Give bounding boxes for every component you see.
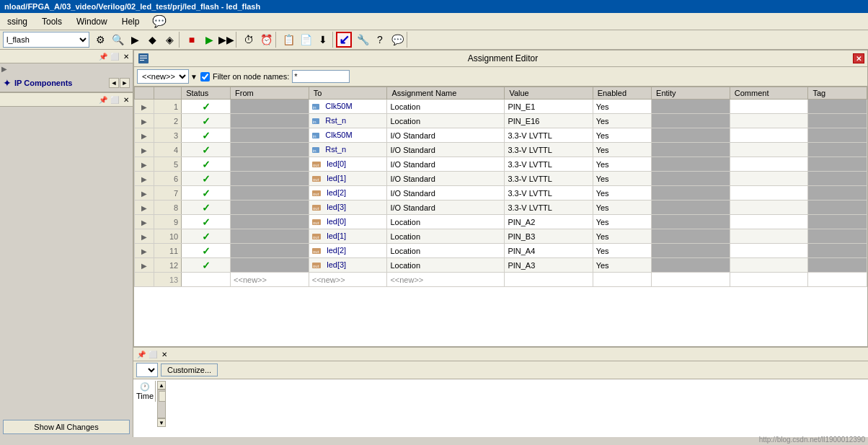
row-enabled[interactable]: Yes xyxy=(593,128,651,143)
row-entity[interactable] xyxy=(652,258,730,273)
restore-icon-lower[interactable]: ⬜ xyxy=(110,94,120,105)
tb-btn-assignment[interactable]: ↙ xyxy=(336,32,352,48)
ip-arrow-left[interactable]: ◄ xyxy=(109,78,119,88)
pin-icon[interactable]: 📌 xyxy=(98,51,108,61)
row-tag[interactable] xyxy=(808,273,867,287)
row-assignment[interactable]: I/O Standard xyxy=(387,157,505,172)
row-value[interactable]: 3.3-V LVTTL xyxy=(505,128,593,143)
row-assignment[interactable]: Location xyxy=(387,100,505,114)
row-comment[interactable] xyxy=(730,143,808,157)
row-to[interactable]: out led[3] xyxy=(309,258,387,273)
row-comment[interactable] xyxy=(730,229,808,244)
row-assignment[interactable]: Location xyxy=(387,258,505,273)
row-to[interactable]: out led[1] xyxy=(309,172,387,186)
col-comment[interactable]: Comment xyxy=(730,87,808,100)
row-entity[interactable] xyxy=(652,215,730,229)
tb-btn-download[interactable]: ⬇ xyxy=(315,32,331,48)
filter-checkbox[interactable] xyxy=(200,72,210,81)
row-value[interactable]: 3.3-V LVTTL xyxy=(505,172,593,186)
row-tag[interactable] xyxy=(808,100,867,114)
menu-help[interactable]: Help xyxy=(118,15,144,28)
row-assignment[interactable]: I/O Standard xyxy=(387,128,505,143)
row-from[interactable] xyxy=(231,100,309,114)
row-value[interactable]: 3.3-V LVTTL xyxy=(505,157,593,172)
row-from[interactable] xyxy=(231,157,309,172)
tb-btn-prog2[interactable]: 📄 xyxy=(298,32,314,48)
row-tag[interactable] xyxy=(808,114,867,128)
row-from[interactable] xyxy=(231,258,309,273)
row-entity[interactable] xyxy=(652,172,730,186)
tb-btn-run[interactable]: ▶ xyxy=(201,32,217,48)
tb-btn-stop[interactable]: ■ xyxy=(184,32,200,48)
row-to[interactable]: <<new>> xyxy=(309,273,387,287)
row-tag[interactable] xyxy=(808,172,867,186)
row-assignment[interactable]: I/O Standard xyxy=(387,201,505,215)
tb-btn-run2[interactable]: ▶▶ xyxy=(218,32,234,48)
row-from[interactable] xyxy=(231,172,309,186)
col-status[interactable]: Status xyxy=(182,87,231,100)
row-from[interactable] xyxy=(231,128,309,143)
row-entity[interactable] xyxy=(652,186,730,201)
row-enabled[interactable]: Yes xyxy=(593,258,651,273)
ip-components-row[interactable]: ✦ IP Components ◄ ► xyxy=(0,74,133,92)
new-filter-select[interactable]: <<new>> xyxy=(137,69,189,84)
col-value[interactable]: Value xyxy=(505,87,593,100)
tb-btn-synthesis[interactable]: ▶ xyxy=(127,32,143,48)
row-enabled[interactable]: Yes xyxy=(593,114,651,128)
row-to[interactable]: out led[2] xyxy=(309,244,387,258)
bottom-dropdown[interactable] xyxy=(136,363,158,377)
row-enabled[interactable]: Yes xyxy=(593,229,651,244)
row-from[interactable] xyxy=(231,244,309,258)
row-enabled[interactable]: Yes xyxy=(593,215,651,229)
row-value[interactable]: PIN_A4 xyxy=(505,244,593,258)
row-comment[interactable] xyxy=(730,128,808,143)
col-assignment[interactable]: Assignment Name xyxy=(387,87,505,100)
row-enabled[interactable] xyxy=(593,273,651,287)
filter-dropdown-arrow[interactable]: ▼ xyxy=(190,73,198,81)
tb-btn-prog1[interactable]: 📋 xyxy=(280,32,296,48)
row-comment[interactable] xyxy=(730,258,808,273)
row-value[interactable]: 3.3-V LVTTL xyxy=(505,143,593,157)
row-assignment[interactable]: I/O Standard xyxy=(387,172,505,186)
row-entity[interactable] xyxy=(652,114,730,128)
col-enabled[interactable]: Enabled xyxy=(593,87,651,100)
tb-btn-info[interactable]: 💬 xyxy=(389,32,405,48)
restore-icon[interactable]: ⬜ xyxy=(110,51,120,61)
row-value[interactable]: PIN_E16 xyxy=(505,114,593,128)
row-to[interactable]: out led[2] xyxy=(309,186,387,201)
row-entity[interactable] xyxy=(652,244,730,258)
row-entity[interactable] xyxy=(652,100,730,114)
ip-arrow-right[interactable]: ► xyxy=(120,78,130,88)
row-to[interactable]: in Rst_n xyxy=(309,143,387,157)
row-tag[interactable] xyxy=(808,215,867,229)
pin-icon-bottom[interactable]: 📌 xyxy=(136,349,146,359)
row-comment[interactable] xyxy=(730,114,808,128)
row-value[interactable] xyxy=(505,273,593,287)
row-assignment[interactable]: I/O Standard xyxy=(387,186,505,201)
scroll-up-btn[interactable]: ▲ xyxy=(157,381,166,389)
scroll-thumb[interactable] xyxy=(159,391,166,402)
tb-btn-analyze[interactable]: 🔍 xyxy=(110,32,125,48)
row-tag[interactable] xyxy=(808,128,867,143)
row-to[interactable]: out led[1] xyxy=(309,229,387,244)
pin-icon-lower[interactable]: 📌 xyxy=(98,94,108,105)
tb-btn-chip[interactable]: 🔧 xyxy=(355,32,371,48)
row-to[interactable]: in Clk50M xyxy=(309,128,387,143)
tb-btn-timer[interactable]: ⏱ xyxy=(241,32,257,48)
show-all-changes-button[interactable]: Show All Changes xyxy=(3,420,130,434)
row-to[interactable]: in Clk50M xyxy=(309,100,387,114)
row-to[interactable]: out led[3] xyxy=(309,201,387,215)
row-tag[interactable] xyxy=(808,229,867,244)
row-tag[interactable] xyxy=(808,201,867,215)
row-from[interactable] xyxy=(231,186,309,201)
tb-btn-compile[interactable]: ⚙ xyxy=(92,32,108,48)
col-tag[interactable]: Tag xyxy=(808,87,867,100)
row-to[interactable]: in Rst_n xyxy=(309,114,387,128)
row-enabled[interactable]: Yes xyxy=(593,201,651,215)
ae-close-button[interactable]: ✕ xyxy=(853,53,864,63)
filter-input[interactable] xyxy=(292,70,350,83)
row-enabled[interactable]: Yes xyxy=(593,143,651,157)
row-entity[interactable] xyxy=(652,273,730,287)
row-assignment[interactable]: Location xyxy=(387,215,505,229)
close-panel-icon[interactable]: ✕ xyxy=(121,51,131,61)
